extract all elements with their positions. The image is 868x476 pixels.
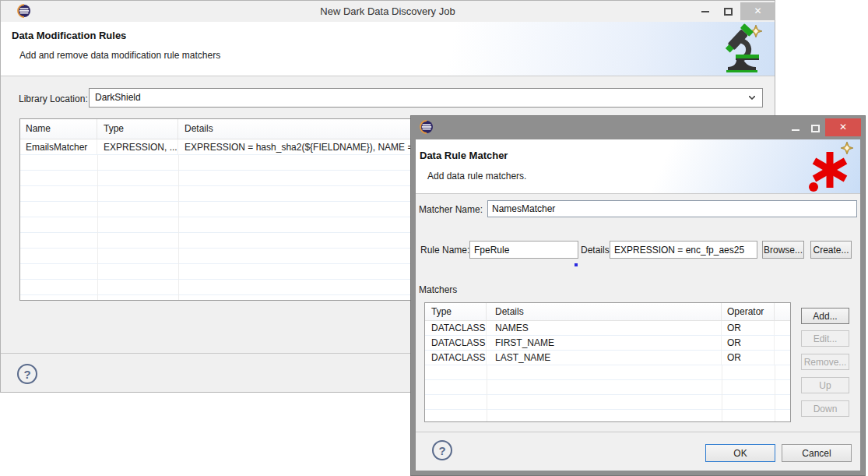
job-header-subtitle: Add and remove data modification rule ma… (19, 50, 220, 61)
footer-separator (416, 432, 860, 432)
empty-rows-area (425, 365, 790, 421)
cell-spare (775, 336, 790, 350)
close-button[interactable]: ✕ (740, 2, 775, 20)
column-header-details[interactable]: Details (487, 303, 722, 320)
job-header-banner: Data Modification Rules Add and remove d… (1, 22, 775, 76)
matcher-name-label: Matcher Name: (419, 204, 483, 215)
close-button[interactable]: ✕ (825, 118, 861, 136)
details-label: Details: (581, 245, 612, 256)
column-header-name[interactable]: Name (20, 119, 97, 139)
minimize-button[interactable] (792, 129, 799, 131)
ok-button[interactable]: OK (705, 444, 775, 462)
edit-button[interactable]: Edit... (801, 330, 849, 347)
matcher-name-input[interactable] (487, 200, 857, 217)
table-row[interactable]: DATACLASS LAST_NAME OR (425, 351, 790, 365)
add-button[interactable]: Add... (801, 308, 849, 324)
library-location-combobox[interactable]: DarkShield (89, 88, 763, 108)
chevron-down-icon (749, 96, 755, 100)
rule-name-label: Rule Name: (420, 245, 469, 256)
screen: New Dark Data Discovery Job ✕ Data Modif… (0, 0, 868, 476)
help-button[interactable]: ? (432, 440, 452, 460)
cell-operator[interactable]: OR (722, 351, 775, 365)
cell-operator[interactable]: OR (722, 336, 775, 350)
table-column-divider (487, 365, 487, 421)
rule-name-input[interactable] (469, 241, 578, 259)
red-asterisk-icon (808, 142, 856, 192)
dialog-header-banner: Data Rule Matcher Add data rule matchers… (416, 139, 860, 194)
up-button[interactable]: Up (801, 377, 849, 393)
table-column-divider (722, 365, 722, 421)
field-decoration-dot (575, 263, 578, 266)
maximize-button[interactable] (811, 125, 820, 132)
column-header-type[interactable]: Type (97, 119, 178, 139)
remove-button[interactable]: Remove... (801, 354, 849, 370)
cell-type[interactable]: DATACLASS (425, 321, 487, 335)
eclipse-logo-icon (420, 120, 434, 134)
browse-button[interactable]: Browse... (762, 241, 804, 259)
table-column-divider (97, 155, 98, 300)
cell-spare (775, 351, 790, 365)
column-header-spare (775, 303, 790, 320)
details-input[interactable] (610, 241, 757, 259)
job-header-title: Data Modification Rules (12, 30, 126, 41)
table-row[interactable]: DATACLASS NAMES OR (425, 321, 790, 336)
table-row[interactable]: DATACLASS FIRST_NAME OR (425, 336, 790, 351)
cell-spare (775, 321, 790, 335)
cell-details[interactable]: LAST_NAME (487, 351, 722, 365)
cell-name[interactable]: EmailsMatcher (20, 139, 97, 154)
job-window-title: New Dark Data Discovery Job (1, 1, 775, 22)
cell-type[interactable]: DATACLASS (425, 351, 487, 365)
maximize-button[interactable] (724, 8, 733, 16)
library-location-label: Library Location: (19, 93, 88, 104)
microscope-icon (715, 23, 765, 75)
minimize-button[interactable] (701, 11, 709, 12)
dialog-header-subtitle: Add data rule matchers. (427, 171, 526, 182)
cell-operator[interactable]: OR (722, 321, 775, 335)
cell-details[interactable]: FIRST_NAME (487, 336, 722, 350)
dialog-content: Data Rule Matcher Add data rule matchers… (416, 139, 860, 471)
table-column-divider (775, 365, 775, 421)
matcher-dialog-window: ✕ Data Rule Matcher Add data rule matche… (410, 115, 866, 476)
down-button[interactable]: Down (801, 400, 849, 417)
cancel-button[interactable]: Cancel (782, 444, 852, 462)
create-button[interactable]: Create... (810, 241, 852, 259)
dialog-header-title: Data Rule Matcher (420, 150, 508, 161)
table-column-divider (178, 155, 179, 300)
matchers-group-label: Matchers (419, 284, 457, 295)
matchers-table-header: Type Details Operator (425, 303, 790, 321)
column-header-operator[interactable]: Operator (722, 303, 775, 320)
cell-type[interactable]: DATACLASS (425, 336, 487, 350)
cell-details[interactable]: NAMES (487, 321, 722, 335)
column-header-type[interactable]: Type (425, 303, 487, 320)
help-button[interactable]: ? (17, 364, 37, 384)
matchers-table: Type Details Operator DATACLASS NAMES OR… (424, 302, 791, 422)
cell-type[interactable]: EXPRESSION, ... (97, 139, 178, 154)
library-location-value: DarkShield (95, 89, 141, 107)
